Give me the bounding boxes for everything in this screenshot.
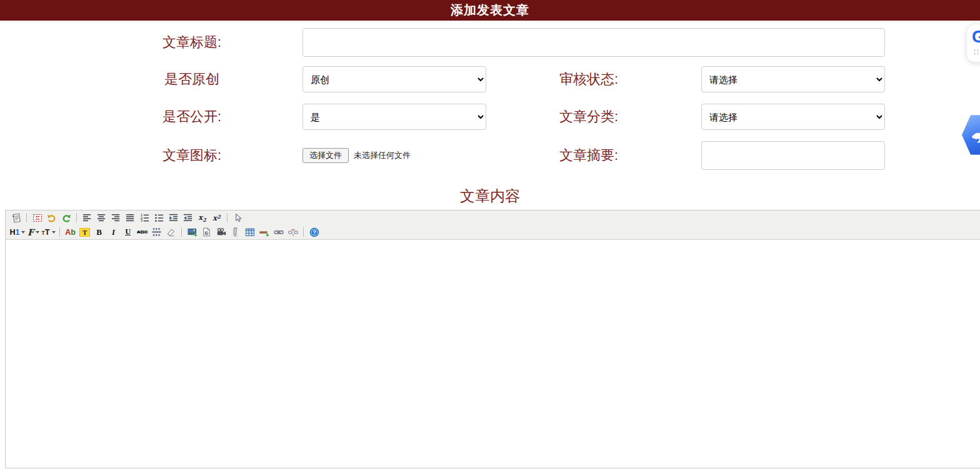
insert-flash-icon: [202, 227, 211, 237]
unlink-icon: [288, 227, 298, 237]
insert-link-button[interactable]: [272, 226, 285, 238]
toolbar-separator: [59, 227, 60, 237]
insert-media-button[interactable]: [215, 226, 228, 238]
text-color-icon: Ab: [65, 228, 76, 237]
underline-button[interactable]: U: [122, 226, 134, 238]
insert-hr-button[interactable]: [258, 226, 271, 238]
indent-button[interactable]: [168, 212, 180, 224]
italic-icon: I: [112, 227, 115, 237]
page-header: 添加发表文章: [0, 0, 980, 21]
align-left-icon: [82, 213, 92, 222]
font-family-button[interactable]: F: [27, 226, 39, 238]
file-status-text: 未选择任何文件: [354, 150, 411, 161]
attach-file-button[interactable]: [229, 226, 242, 238]
justify-icon: [126, 213, 135, 222]
choose-file-button[interactable]: 选择文件: [302, 148, 349, 163]
select-cursor-icon: [233, 213, 242, 222]
strikethrough-button[interactable]: ABC: [136, 226, 149, 238]
original-label: 是否原创: [0, 70, 302, 89]
undo-button[interactable]: [46, 212, 58, 224]
italic-button[interactable]: I: [108, 226, 120, 238]
highlight-icon: T: [79, 228, 89, 237]
toolbar-row-2: H1FTTAbTBIUABC?: [9, 225, 980, 239]
align-center-icon: [97, 213, 106, 222]
subscript-button[interactable]: x2: [196, 212, 209, 224]
page-break-button[interactable]: [151, 226, 163, 238]
outdent-icon: [183, 213, 192, 222]
redo-button[interactable]: [60, 212, 72, 224]
editor-toolbar: 123x2x2 H1FTTAbTBIUABC?: [6, 210, 980, 240]
paste-button[interactable]: [10, 212, 22, 224]
select-cursor-button[interactable]: [232, 212, 244, 224]
outdent-button[interactable]: [182, 212, 194, 224]
title-input[interactable]: [302, 28, 885, 57]
attach-file-icon: [231, 227, 240, 237]
help-icon: ?: [309, 227, 319, 237]
page-break-icon: [152, 227, 161, 237]
insert-flash-button[interactable]: [201, 226, 213, 238]
subscript-icon: x2: [198, 213, 206, 223]
bird-icon: [968, 124, 980, 146]
insert-link-icon: [274, 227, 284, 237]
indent-icon: [169, 213, 178, 222]
svg-text:?: ?: [312, 229, 316, 235]
original-select[interactable]: 原创: [302, 66, 486, 92]
strikethrough-icon: ABC: [137, 229, 148, 235]
unordered-list-icon: [154, 213, 164, 222]
drag-handle-dots-icon: [973, 49, 980, 54]
form-row-public-category: 是否公开: 是 文章分类: 请选择: [0, 104, 980, 130]
summary-input[interactable]: [701, 141, 885, 170]
fullscreen-button[interactable]: [31, 212, 44, 224]
toolbar-separator: [26, 213, 27, 222]
remove-format-icon: [166, 227, 176, 237]
undo-icon: [47, 213, 57, 223]
heading-button[interactable]: H1: [10, 226, 26, 238]
ordered-list-icon: 123: [140, 213, 149, 222]
help-button[interactable]: ?: [308, 226, 321, 238]
unordered-list-button[interactable]: [153, 212, 166, 224]
highlight-button[interactable]: T: [79, 226, 91, 238]
form-row-original-review: 是否原创 原创 审核状态: 请选择: [0, 66, 980, 92]
bold-button[interactable]: B: [93, 226, 106, 238]
paste-icon: [11, 213, 21, 223]
align-right-icon: [111, 213, 121, 222]
content-heading: 文章内容: [0, 189, 980, 204]
heading-icon: H1: [10, 228, 26, 237]
toolbar-separator: [76, 213, 77, 222]
font-size-button[interactable]: TT: [41, 226, 55, 238]
file-input: 选择文件 未选择任何文件: [302, 148, 494, 163]
remove-format-button[interactable]: [165, 226, 178, 238]
align-right-button[interactable]: [110, 212, 122, 224]
toolbar-separator: [227, 213, 228, 222]
editor-content-area[interactable]: [6, 240, 980, 468]
justify-button[interactable]: [124, 212, 137, 224]
font-size-icon: TT: [41, 227, 55, 237]
insert-image-button[interactable]: [186, 226, 199, 238]
superscript-button[interactable]: x2: [211, 212, 223, 224]
ordered-list-button[interactable]: 123: [139, 212, 151, 224]
align-left-button[interactable]: [81, 212, 94, 224]
public-label: 是否公开:: [0, 107, 302, 126]
redo-icon: [61, 213, 71, 223]
review-label: 审核状态:: [494, 70, 701, 89]
browser-extension-button[interactable]: G: [966, 24, 980, 62]
svg-text:3: 3: [141, 219, 142, 222]
form-row-icon-summary: 文章图标: 选择文件 未选择任何文件 文章摘要:: [0, 141, 980, 169]
summary-label: 文章摘要:: [494, 146, 701, 165]
toolbar-separator: [181, 227, 182, 237]
insert-table-button[interactable]: [244, 226, 256, 238]
underline-icon: U: [125, 227, 131, 237]
superscript-icon: x2: [212, 214, 220, 222]
toolbar-row-1: 123x2x2: [9, 210, 980, 225]
category-select[interactable]: 请选择: [701, 104, 885, 130]
text-color-button[interactable]: Ab: [64, 226, 77, 238]
icon-label: 文章图标:: [0, 146, 302, 165]
category-label: 文章分类:: [494, 107, 701, 126]
align-center-button[interactable]: [96, 212, 108, 224]
form-row-title: 文章标题:: [0, 28, 980, 57]
unlink-button[interactable]: [287, 226, 299, 238]
public-select[interactable]: 是: [302, 104, 486, 130]
rich-text-editor: 123x2x2 H1FTTAbTBIUABC?: [5, 210, 980, 468]
review-select[interactable]: 请选择: [701, 66, 885, 92]
insert-image-icon: [188, 227, 198, 237]
